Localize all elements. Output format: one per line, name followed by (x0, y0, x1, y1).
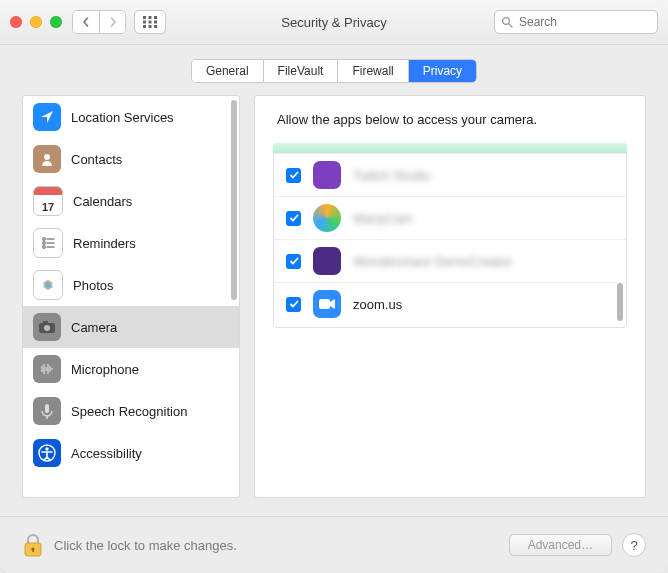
microphone-icon (33, 355, 61, 383)
tab-firewall[interactable]: Firewall (337, 60, 407, 82)
app-icon (313, 247, 341, 275)
search-icon (501, 16, 513, 28)
chevron-right-icon (108, 17, 118, 27)
app-row-label: ManyCam (353, 211, 412, 226)
lock-text: Click the lock to make changes. (54, 538, 237, 553)
contacts-icon (33, 145, 61, 173)
svg-rect-4 (149, 21, 152, 24)
svg-point-20 (42, 280, 53, 289)
preferences-window: Security & Privacy General FileVault Fir… (0, 0, 668, 573)
sidebar-item-speech-recognition[interactable]: Speech Recognition (23, 390, 239, 432)
svg-point-24 (44, 325, 50, 331)
app-checkbox[interactable] (286, 254, 301, 269)
content-area: Location Services Contacts Calendars (0, 95, 668, 516)
svg-rect-39 (32, 549, 34, 552)
chevron-left-icon (81, 17, 91, 27)
sidebar-item-label: Microphone (71, 362, 139, 377)
app-row: Twitch Studio (274, 153, 626, 196)
app-checkbox[interactable] (286, 168, 301, 183)
check-icon (289, 213, 299, 223)
accessibility-icon (33, 439, 61, 467)
sidebar-item-photos[interactable]: Photos (23, 264, 239, 306)
titlebar: Security & Privacy (0, 0, 668, 45)
app-icon (313, 204, 341, 232)
app-checkbox[interactable] (286, 211, 301, 226)
search-input[interactable] (517, 14, 651, 30)
sidebar-item-label: Accessibility (71, 446, 142, 461)
grid-icon (143, 16, 157, 28)
footer: Click the lock to make changes. Advanced… (0, 516, 668, 573)
sidebar-item-microphone[interactable]: Microphone (23, 348, 239, 390)
sidebar-item-label: Photos (73, 278, 113, 293)
tab-bar: General FileVault Firewall Privacy (0, 45, 668, 95)
svg-point-11 (44, 154, 50, 160)
list-top-peek (273, 143, 627, 153)
minimize-button[interactable] (30, 16, 42, 28)
sidebar-item-camera[interactable]: Camera (23, 306, 239, 348)
svg-point-14 (43, 242, 46, 245)
svg-rect-2 (154, 16, 157, 19)
check-icon (289, 256, 299, 266)
svg-rect-7 (149, 25, 152, 28)
svg-rect-23 (43, 321, 48, 324)
photos-icon (33, 270, 63, 300)
speech-recognition-icon (33, 397, 61, 425)
app-checkbox[interactable] (286, 297, 301, 312)
svg-point-19 (46, 280, 51, 290)
app-list-scrollbar[interactable] (617, 283, 623, 321)
svg-point-38 (31, 547, 34, 550)
sidebar-item-location-services[interactable]: Location Services (23, 96, 239, 138)
back-button[interactable] (73, 11, 99, 33)
reminders-icon (33, 228, 63, 258)
sidebar-item-reminders[interactable]: Reminders (23, 222, 239, 264)
svg-rect-8 (154, 25, 157, 28)
sidebar-item-contacts[interactable]: Contacts (23, 138, 239, 180)
svg-rect-5 (154, 21, 157, 24)
help-button[interactable]: ? (622, 533, 646, 557)
svg-point-21 (42, 280, 53, 289)
main-heading: Allow the apps below to access your came… (273, 112, 627, 127)
svg-rect-3 (143, 21, 146, 24)
privacy-sidebar-list[interactable]: Location Services Contacts Calendars (23, 96, 239, 497)
sidebar-item-label: Contacts (71, 152, 122, 167)
nav-back-forward (72, 10, 126, 34)
lock-icon[interactable] (22, 532, 44, 558)
app-row-label: Wondershare DemoCreator (353, 254, 512, 269)
svg-rect-36 (319, 299, 330, 309)
tab-general[interactable]: General (192, 60, 263, 82)
app-row-label: zoom.us (353, 297, 402, 312)
sidebar-item-label: Reminders (73, 236, 136, 251)
tab-privacy[interactable]: Privacy (408, 60, 476, 82)
sidebar-scrollbar[interactable] (231, 100, 237, 300)
search-field[interactable] (494, 10, 658, 34)
privacy-sidebar: Location Services Contacts Calendars (22, 95, 240, 498)
zoom-button[interactable] (50, 16, 62, 28)
sidebar-item-label: Speech Recognition (71, 404, 187, 419)
tab-filevault[interactable]: FileVault (263, 60, 338, 82)
show-all-button[interactable] (134, 10, 166, 34)
app-row: Wondershare DemoCreator (274, 239, 626, 282)
svg-point-35 (45, 447, 48, 450)
forward-button[interactable] (99, 11, 125, 33)
calendar-icon (33, 186, 63, 216)
svg-point-12 (43, 238, 46, 241)
sidebar-item-calendars[interactable]: Calendars (23, 180, 239, 222)
sidebar-item-label: Location Services (71, 110, 174, 125)
segmented-tabs: General FileVault Firewall Privacy (191, 59, 477, 83)
main-panel: Allow the apps below to access your came… (254, 95, 646, 498)
svg-rect-6 (143, 25, 146, 28)
advanced-button[interactable]: Advanced… (509, 534, 612, 556)
zoom-icon (313, 290, 341, 318)
camera-app-list: Twitch Studio ManyCam Wondershare DemoCr… (273, 143, 627, 328)
app-row-label: Twitch Studio (353, 168, 430, 183)
svg-point-9 (503, 18, 510, 25)
app-row: ManyCam (274, 196, 626, 239)
sidebar-item-label: Calendars (73, 194, 132, 209)
location-icon (33, 103, 61, 131)
sidebar-item-accessibility[interactable]: Accessibility (23, 432, 239, 474)
svg-rect-37 (25, 543, 41, 556)
close-button[interactable] (10, 16, 22, 28)
svg-rect-1 (149, 16, 152, 19)
svg-rect-22 (39, 323, 55, 333)
check-icon (289, 299, 299, 309)
